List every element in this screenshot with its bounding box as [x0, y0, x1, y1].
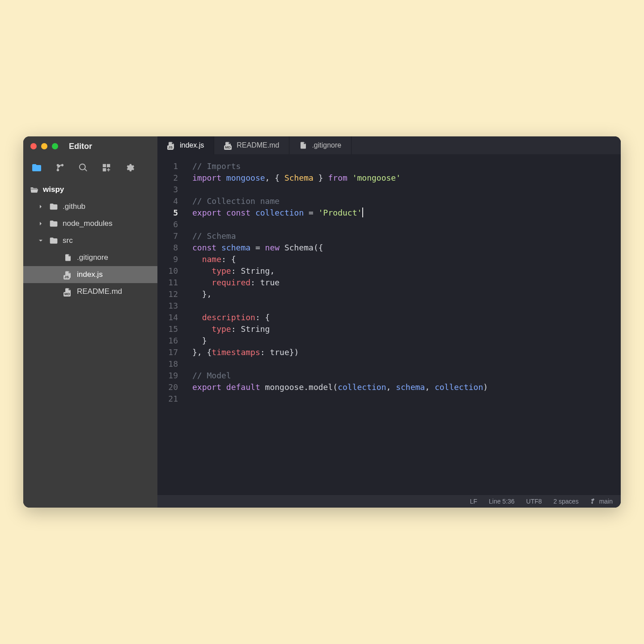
folder-icon	[49, 236, 58, 245]
line-number: 1	[157, 161, 178, 172]
tab[interactable]: JSindex.js	[157, 136, 214, 154]
main: JSindex.jsMDREADME.md.gitignore 12345678…	[157, 136, 621, 508]
status-position[interactable]: Line 5:36	[489, 498, 515, 505]
code-line[interactable]: description: {	[192, 312, 621, 323]
line-number: 6	[157, 219, 178, 230]
tab-label: index.js	[180, 141, 204, 149]
tree-item[interactable]: .gitignore	[23, 249, 157, 266]
tree-item-label: node_modules	[63, 219, 113, 228]
line-number: 15	[157, 323, 178, 335]
extensions-icon[interactable]	[101, 162, 112, 173]
line-number: 20	[157, 381, 178, 393]
code-line[interactable]: export default mongoose.model(collection…	[192, 381, 621, 393]
line-number: 12	[157, 288, 178, 300]
line-number: 5	[157, 207, 178, 219]
tree-root-label: wispy	[43, 185, 64, 194]
window-controls	[30, 143, 58, 149]
minimize-window-button[interactable]	[41, 143, 47, 149]
source-control-icon[interactable]	[55, 162, 65, 173]
code-line[interactable]: }	[192, 335, 621, 347]
line-gutter: 123456789101112131415161718192021	[157, 161, 183, 495]
line-number: 16	[157, 335, 178, 347]
folder-open-icon	[30, 185, 38, 194]
tree-item-label: .github	[63, 202, 85, 211]
line-number: 17	[157, 347, 178, 358]
line-number: 18	[157, 358, 178, 370]
status-branch[interactable]: main	[590, 498, 613, 505]
settings-icon[interactable]	[124, 162, 135, 173]
line-number: 2	[157, 172, 178, 184]
code-line[interactable]: required: true	[192, 277, 621, 288]
status-encoding[interactable]: UTF8	[526, 498, 542, 505]
code-line[interactable]	[192, 300, 621, 312]
tree-item[interactable]: MDREADME.md	[23, 283, 157, 300]
text-cursor	[362, 208, 363, 217]
code-line[interactable]: // Model	[192, 370, 621, 381]
titlebar: Editor	[23, 136, 157, 156]
line-number: 7	[157, 230, 178, 242]
code-line[interactable]	[192, 393, 621, 405]
code-line[interactable]: }, {timestamps: true})	[192, 347, 621, 358]
close-window-button[interactable]	[30, 143, 37, 149]
tab[interactable]: .gitignore	[289, 136, 352, 154]
activity-bar	[23, 156, 157, 181]
code-line[interactable]: const schema = new Schema({	[192, 242, 621, 254]
code-area[interactable]: // Importsimport mongoose, { Schema } fr…	[183, 161, 621, 495]
code-line[interactable]: name: {	[192, 254, 621, 265]
code-line[interactable]: import mongoose, { Schema } from 'mongoo…	[192, 172, 621, 184]
chevron-down-icon	[37, 237, 45, 245]
tree-item[interactable]: node_modules	[23, 215, 157, 232]
editor-window: Editor wispy	[23, 136, 621, 508]
branch-icon	[590, 498, 597, 504]
code-line[interactable]: type: String	[192, 323, 621, 335]
js-file-icon: JS	[167, 141, 175, 149]
tree-item[interactable]: .github	[23, 198, 157, 215]
line-number: 13	[157, 300, 178, 312]
line-number: 8	[157, 242, 178, 254]
code-editor[interactable]: 123456789101112131415161718192021 // Imp…	[157, 154, 621, 495]
tree-root[interactable]: wispy	[23, 181, 157, 198]
md-file-icon: MD	[224, 141, 232, 149]
line-number: 14	[157, 312, 178, 323]
code-line[interactable]: // Schema	[192, 230, 621, 242]
line-number: 21	[157, 393, 178, 405]
status-bar: LF Line 5:36 UTF8 2 spaces main	[157, 495, 621, 508]
code-line[interactable]: // Imports	[192, 161, 621, 172]
code-line[interactable]: // Collection name	[192, 195, 621, 207]
tree-item-label: .gitignore	[77, 253, 108, 262]
code-line[interactable]	[192, 184, 621, 195]
line-number: 9	[157, 254, 178, 265]
tab-bar: JSindex.jsMDREADME.md.gitignore	[157, 136, 621, 154]
file-icon	[64, 253, 72, 262]
status-eol[interactable]: LF	[470, 498, 477, 505]
line-number: 19	[157, 370, 178, 381]
code-line[interactable]	[192, 219, 621, 230]
explorer-icon[interactable]	[31, 162, 42, 173]
tab[interactable]: MDREADME.md	[214, 136, 289, 154]
tree-item[interactable]: JSindex.js	[23, 266, 157, 283]
status-branch-label: main	[599, 498, 613, 505]
search-icon[interactable]	[78, 162, 89, 173]
line-number: 11	[157, 277, 178, 288]
code-line[interactable]	[192, 358, 621, 370]
js-file-icon: JS	[64, 270, 72, 279]
tree-item[interactable]: src	[23, 232, 157, 249]
tree-item-label: README.md	[77, 287, 122, 296]
code-line[interactable]: },	[192, 288, 621, 300]
tab-label: .gitignore	[312, 141, 341, 149]
line-number: 4	[157, 195, 178, 207]
file-icon	[299, 141, 307, 149]
file-tree: wispy .githubnode_modulessrc.gitignoreJS…	[23, 181, 157, 300]
folder-icon	[49, 202, 58, 211]
code-line[interactable]: export const collection = 'Product'	[192, 207, 621, 219]
folder-icon	[49, 219, 58, 228]
line-number: 3	[157, 184, 178, 195]
tab-label: README.md	[237, 141, 279, 149]
app-title: Editor	[69, 142, 92, 151]
chevron-right-icon	[37, 220, 45, 228]
code-line[interactable]: type: String,	[192, 265, 621, 277]
status-indent[interactable]: 2 spaces	[554, 498, 579, 505]
maximize-window-button[interactable]	[52, 143, 58, 149]
sidebar: Editor wispy	[23, 136, 157, 508]
tree-item-label: index.js	[77, 270, 103, 279]
